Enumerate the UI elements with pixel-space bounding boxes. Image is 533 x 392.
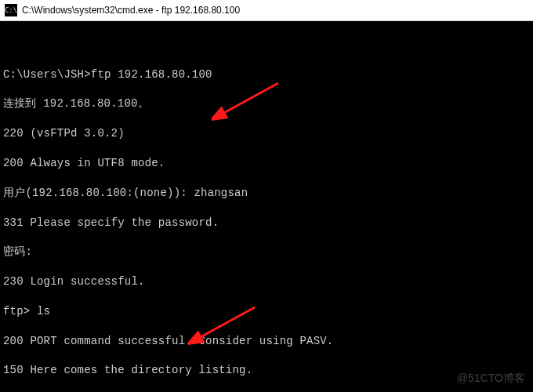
- login-success-line: 230 Login successful.: [3, 274, 530, 289]
- dir-listing-line: 150 Here comes the directory listing.: [3, 363, 530, 378]
- window-titlebar[interactable]: C:\ C:\Windows\system32\cmd.exe - ftp 19…: [0, 0, 533, 21]
- port-ok-line: 200 PORT command successful. Consider us…: [3, 334, 530, 349]
- watermark: @51CTO博客: [457, 372, 525, 386]
- cmd-icon: C:\: [5, 4, 17, 16]
- connected-line: 连接到 192.168.80.100。: [3, 96, 530, 111]
- password-label-line: 密码:: [3, 245, 530, 260]
- empty-line: [3, 38, 530, 53]
- shell-prompt-line: C:\Users\JSH>ftp 192.168.80.100: [3, 67, 530, 82]
- terminal-area[interactable]: C:\Users\JSH>ftp 192.168.80.100 连接到 192.…: [0, 21, 533, 392]
- ftp-ls-line: ftp> ls: [3, 304, 530, 319]
- ftp-utf8-line: 200 Always in UTF8 mode.: [3, 156, 530, 171]
- password-specify-line: 331 Please specify the password.: [3, 216, 530, 230]
- ftp-banner-line: 220 (vsFTPd 3.0.2): [3, 126, 530, 141]
- window-title: C:\Windows\system32\cmd.exe - ftp 192.16…: [22, 5, 240, 16]
- user-prompt-line: 用户(192.168.80.100:(none)): zhangsan: [3, 186, 530, 201]
